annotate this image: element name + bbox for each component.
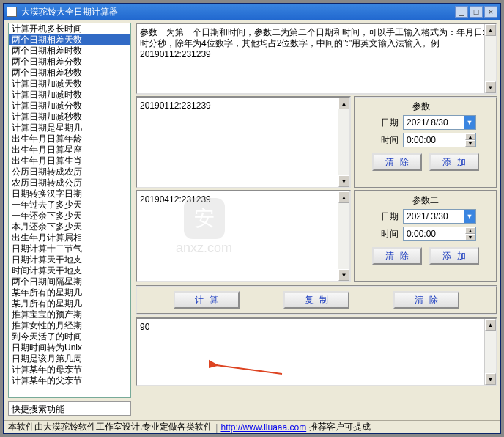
statusbar: 本软件由大漠驼铃软件工作室设计,专业定做各类软件 | http://www.li…	[4, 420, 500, 433]
param2-date-input[interactable]: 2021/ 3/30 ▼	[403, 209, 476, 224]
param2-clear-button[interactable]: 清除	[372, 247, 422, 265]
sidebar-item[interactable]: 计算某年的父亲节	[9, 375, 130, 386]
param2-panel: 参数二 日期 2021/ 3/30 ▼ 时间 0:00:00 ▲▼	[354, 190, 497, 282]
sidebar-item[interactable]: 两个日期间隔星期	[9, 276, 130, 287]
param2-title: 参数二	[412, 194, 439, 206]
scroll-up-icon[interactable]: ▲	[338, 191, 349, 203]
param1-title: 参数一	[412, 100, 439, 112]
spin-up-icon[interactable]: ▲	[465, 133, 475, 140]
param2-text: 20190412:231239	[140, 194, 211, 205]
copy-button[interactable]: 复制	[284, 291, 349, 309]
action-row: 计算 复制 清除	[136, 285, 497, 315]
sidebar-item[interactable]: 出生年月日算星座	[9, 144, 130, 155]
sidebar-item[interactable]: 某月所有的星期几	[9, 298, 130, 309]
quick-search-input[interactable]: 快捷搜索功能	[8, 401, 131, 416]
param1-section: 20190112:231239 ▲ ▼ 参数一 日期 2021/ 8/30 ▼	[136, 96, 497, 188]
dropdown-icon[interactable]: ▼	[464, 210, 475, 223]
sidebar-item[interactable]: 日期计算天干地支	[9, 254, 130, 265]
status-link[interactable]: http://www.liuaaa.com	[220, 422, 306, 433]
sidebar-item[interactable]: 两个日期相差时数	[9, 45, 130, 56]
sidebar-item[interactable]: 日期是该月第几周	[9, 353, 130, 364]
sidebar-item[interactable]: 计算日期加减时数	[9, 89, 130, 100]
sidebar-item[interactable]: 时间计算天干地支	[9, 265, 130, 276]
app-window: 大漠驼铃大全日期计算器 _ □ × 计算开机多长时间两个日期相差天数两个日期相差…	[3, 3, 501, 434]
clear-button[interactable]: 清除	[393, 291, 459, 309]
sidebar-item[interactable]: 到今天活了的时间	[9, 331, 130, 342]
date-label: 日期	[375, 117, 399, 129]
minimize-button[interactable]: _	[455, 6, 468, 18]
sidebar-item[interactable]: 公历日期转成农历	[9, 166, 130, 177]
sidebar-item[interactable]: 计算日期是星期几	[9, 122, 130, 133]
scroll-up-icon[interactable]: ▲	[485, 319, 496, 331]
main-panel: 参数一为第一个日期和时间，参数二为第二个日期和时间，可以手工输入格式为：年月日:…	[136, 23, 497, 419]
spin-up-icon[interactable]: ▲	[465, 227, 475, 234]
date-label: 日期	[375, 210, 399, 223]
function-list[interactable]: 计算开机多长时间两个日期相差天数两个日期相差时数两个日期相差分数两个日期相差秒数…	[8, 23, 131, 398]
maximize-button[interactable]: □	[470, 6, 483, 18]
window-title: 大漠驼铃大全日期计算器	[21, 6, 455, 18]
titlebar[interactable]: 大漠驼铃大全日期计算器 _ □ ×	[4, 4, 500, 20]
param1-panel: 参数一 日期 2021/ 8/30 ▼ 时间 0:00:00 ▲▼	[354, 96, 497, 188]
sidebar-item[interactable]: 计算某年的母亲节	[9, 364, 130, 375]
content-area: 计算开机多长时间两个日期相差天数两个日期相差时数两个日期相差分数两个日期相差秒数…	[4, 20, 500, 420]
scrollbar[interactable]: ▲ ▼	[338, 98, 349, 187]
scroll-down-icon[interactable]: ▼	[485, 81, 496, 93]
scroll-down-icon[interactable]: ▼	[338, 269, 349, 281]
calculate-button[interactable]: 计算	[174, 291, 240, 309]
scrollbar[interactable]: ▲ ▼	[484, 24, 496, 93]
scrollbar[interactable]: ▲ ▼	[484, 319, 496, 385]
status-text: 本软件由大漠驼铃软件工作室设计,专业定做各类软件	[8, 421, 212, 433]
instructions-text: 参数一为第一个日期和时间，参数二为第二个日期和时间，可以手工输入格式为：年月日:…	[140, 27, 485, 59]
sidebar-item[interactable]: 一年还余下多少天	[9, 210, 130, 221]
app-icon	[7, 7, 17, 17]
sidebar-item[interactable]: 出生年月日算生肖	[9, 155, 130, 166]
sidebar-item[interactable]: 日期转换汉字日期	[9, 188, 130, 199]
spin-down-icon[interactable]: ▼	[465, 140, 475, 147]
sidebar-item[interactable]: 某年所有的星期几	[9, 287, 130, 298]
close-button[interactable]: ×	[484, 6, 497, 18]
param1-clear-button[interactable]: 清除	[372, 153, 422, 171]
param2-add-button[interactable]: 添加	[429, 247, 479, 265]
sidebar-item[interactable]: 出生年月日算年龄	[9, 133, 130, 144]
param2-time-input[interactable]: 0:00:00 ▲▼	[403, 227, 476, 241]
sidebar-item[interactable]: 日期计算十二节气	[9, 243, 130, 254]
param1-text: 20190112:231239	[140, 100, 211, 111]
sidebar-item[interactable]: 计算开机多长时间	[9, 23, 130, 34]
param2-textarea[interactable]: 20190412:231239 ▲ ▼	[136, 190, 351, 282]
param1-date-input[interactable]: 2021/ 8/30 ▼	[403, 115, 476, 130]
status-text2: 推荐客户可提成	[309, 421, 371, 433]
sidebar-item[interactable]: 计算日期加减分数	[9, 100, 130, 111]
time-label: 时间	[375, 228, 399, 240]
instructions-box[interactable]: 参数一为第一个日期和时间，参数二为第二个日期和时间，可以手工输入格式为：年月日:…	[136, 23, 497, 95]
scroll-up-icon[interactable]: ▲	[338, 98, 349, 109]
sidebar-item[interactable]: 两个日期相差秒数	[9, 67, 130, 78]
sidebar-item[interactable]: 日期时间转为Unix	[9, 342, 130, 353]
scroll-up-icon[interactable]: ▲	[485, 24, 496, 36]
sidebar-item[interactable]: 两个日期相差分数	[9, 56, 130, 67]
time-label: 时间	[375, 134, 399, 147]
scroll-down-icon[interactable]: ▼	[338, 175, 349, 187]
result-text: 90	[140, 322, 149, 332]
spin-down-icon[interactable]: ▼	[465, 234, 475, 240]
param2-section: 20190412:231239 ▲ ▼ 参数二 日期 2021/ 3/30 ▼	[136, 190, 497, 282]
sidebar-item[interactable]: 出生年月计算属相	[9, 232, 130, 243]
param1-add-button[interactable]: 添加	[429, 153, 479, 171]
sidebar-item[interactable]: 计算日期加减秒数	[9, 111, 130, 122]
sidebar-item[interactable]: 推算宝宝的预产期	[9, 309, 130, 320]
scrollbar[interactable]: ▲ ▼	[338, 191, 349, 281]
sidebar-item[interactable]: 推算女性的月经期	[9, 320, 130, 331]
dropdown-icon[interactable]: ▼	[464, 116, 475, 129]
scroll-down-icon[interactable]: ▼	[485, 373, 496, 385]
sidebar-item[interactable]: 农历日期转成公历	[9, 177, 130, 188]
param1-time-input[interactable]: 0:00:00 ▲▼	[403, 133, 476, 147]
sidebar-item[interactable]: 计算日期加减天数	[9, 78, 130, 89]
sidebar-item[interactable]: 一年过去了多少天	[9, 199, 130, 210]
result-box[interactable]: 90 ▲ ▼	[136, 317, 497, 386]
param1-textarea[interactable]: 20190112:231239 ▲ ▼	[136, 96, 351, 188]
sidebar-item[interactable]: 两个日期相差天数	[9, 34, 130, 45]
sidebar-item[interactable]: 本月还余下多少天	[9, 221, 130, 232]
